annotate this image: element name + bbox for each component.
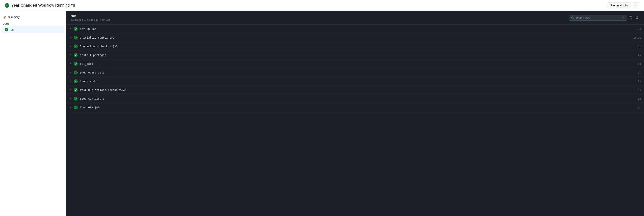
search-input[interactable] [575,16,620,19]
step-chevron-icon [69,106,72,109]
log-header: run succeeded 19 hours ago in 1m 23s [66,11,644,25]
step-row[interactable]: Stop containers 1s [66,94,644,103]
step-status-icon [74,97,78,101]
step-chevron-icon [69,45,72,48]
step-row[interactable]: preprocess_data 1s [66,68,644,77]
workflow-title: Year Changed Workflow Running #8 [11,3,75,7]
run-job-status-icon: ✓ [5,28,8,31]
sidebar-item-run[interactable]: ✓ run [2,26,64,33]
refresh-button[interactable] [628,15,633,20]
step-chevron-icon [69,71,72,74]
main-layout: 🏠 Summary Jobs ✓ run run succeeded 19 ho… [0,11,644,216]
log-title-section: run succeeded 19 hours ago in 1m 23s [71,14,110,21]
step-name: Post Run actions/checkout@v2 [80,88,636,91]
gear-icon [636,16,638,19]
step-status-icon [74,53,78,57]
step-duration: 1m 0s [633,36,641,39]
refresh-icon [629,16,632,19]
step-chevron-icon [69,89,72,91]
step-duration: 1s [638,45,641,48]
header-actions: Re-run all jobs ··· [607,2,639,8]
log-job-title: run [71,14,110,18]
step-name: train_model [80,80,636,83]
steps-list: Set up job 2s Initialize containers 1m 0… [66,25,644,216]
log-panel: run succeeded 19 hours ago in 1m 23s [66,11,644,216]
house-icon: 🏠 [3,15,6,19]
log-controls [569,15,639,20]
sidebar-jobs-label: Jobs [0,20,66,26]
log-subtitle: succeeded 19 hours ago in 1m 23s [71,18,110,21]
settings-button[interactable] [635,15,639,20]
step-row[interactable]: train_model 1s [66,77,644,86]
search-icon [571,16,574,19]
step-chevron-icon [69,27,72,30]
more-options-button[interactable]: ··· [633,2,639,8]
step-duration: 1s [638,62,641,65]
step-row[interactable]: Post Run actions/checkout@v2 0s [66,86,644,94]
search-box [569,15,627,20]
step-chevron-icon [69,62,72,65]
step-status-icon [74,44,78,48]
step-status-icon [74,27,78,31]
step-chevron-icon [69,36,72,39]
sidebar-item-summary[interactable]: 🏠 Summary [0,14,66,20]
step-chevron-icon [69,80,72,83]
clear-search-icon[interactable] [622,16,624,19]
step-status-icon [74,79,78,83]
step-duration: 1s [638,80,641,83]
step-name: Set up job [80,27,636,30]
step-row[interactable]: Run actions/checkout@v2 1s [66,42,644,51]
step-name: Initialize containers [80,36,632,39]
sidebar: 🏠 Summary Jobs ✓ run [0,11,66,216]
step-duration: 0s [638,89,641,91]
step-name: Run actions/checkout@v2 [80,45,636,48]
rerun-all-jobs-button[interactable]: Re-run all jobs [607,2,631,8]
step-duration: 14s [636,54,641,57]
step-name: Stop containers [80,97,636,100]
step-name: get_data [80,62,636,65]
step-status-icon [74,36,78,39]
step-status-icon [74,71,78,74]
step-duration: 0s [638,106,641,109]
step-status-icon [74,88,78,92]
step-chevron-icon [69,97,72,100]
header-left: ✓ Year Changed Workflow Running #8 [5,3,75,8]
step-duration: 1s [638,97,641,100]
step-duration: 2s [638,27,641,30]
step-row[interactable]: Initialize containers 1m 0s [66,33,644,42]
step-name: install_packages [80,53,635,57]
step-row[interactable]: install_packages 14s [66,51,644,59]
step-row[interactable]: Complete job 0s [66,103,644,112]
step-status-icon [74,62,78,66]
step-duration: 1s [638,71,641,74]
step-name: Complete job [80,106,636,109]
step-row[interactable]: Set up job 2s [66,25,644,33]
step-row[interactable]: get_data 1s [66,59,644,68]
step-name: preprocess_data [80,71,636,74]
workflow-status-icon: ✓ [5,3,9,8]
step-status-icon [74,105,78,109]
top-header: ✓ Year Changed Workflow Running #8 Re-ru… [0,0,644,11]
step-chevron-icon [69,54,72,57]
